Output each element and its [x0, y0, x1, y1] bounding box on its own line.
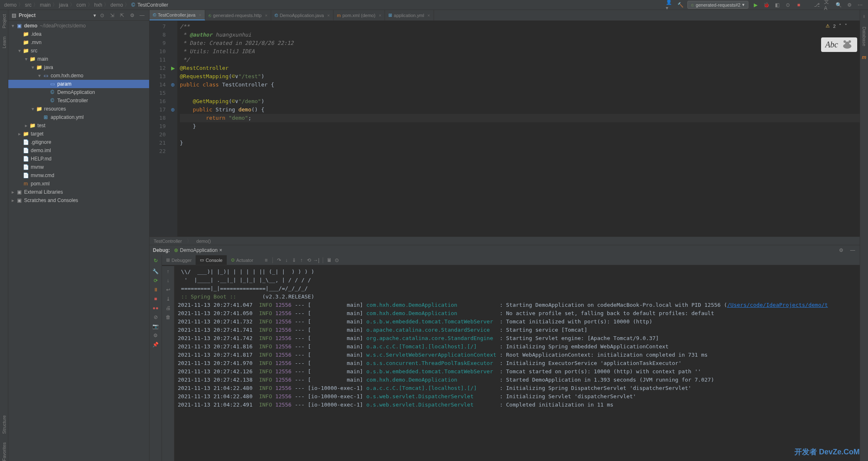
threads-icon[interactable]: ≡ [262, 256, 270, 264]
tree-row[interactable]: 📁.idea [8, 30, 149, 38]
tree-row[interactable]: ▸📁test [8, 121, 149, 130]
project-tool-button[interactable]: Project [2, 14, 7, 28]
console-output[interactable]: \\/ ___)| |_)| | | | | || (_| | ) ) ) ) … [174, 266, 860, 461]
breakpoints-icon[interactable]: ●● [152, 304, 159, 312]
down-icon[interactable]: ↓ [164, 277, 172, 284]
project-tree[interactable]: ▾▣demo~/IdeaProjects/demo📁.idea📁.mvn▾📁sr… [8, 21, 149, 461]
evaluate-icon[interactable]: 🖩 [326, 256, 333, 264]
tree-row[interactable]: ▸📁target [8, 130, 149, 138]
tree-row[interactable]: ▾📁main [8, 55, 149, 63]
collapse-all-icon[interactable]: ⇱ [118, 12, 126, 19]
scroll-end-icon[interactable]: ⤓ [164, 295, 172, 303]
tree-row-root[interactable]: ▾▣demo~/IdeaProjects/demo [8, 22, 149, 30]
api-gutter-icon[interactable]: ⊕ [171, 107, 175, 113]
debug-config[interactable]: ⊛ DemoApplication × [174, 247, 222, 253]
force-step-into-icon[interactable]: ⇓ [290, 256, 298, 264]
close-icon[interactable]: × [327, 13, 330, 18]
gear-icon[interactable]: ⚙ [837, 247, 845, 254]
clear-icon[interactable]: 🗑 [164, 313, 172, 321]
close-icon[interactable]: × [199, 12, 201, 17]
hide-icon[interactable]: — [138, 12, 146, 19]
close-icon[interactable]: × [219, 247, 222, 253]
settings-icon[interactable]: ⚙ [846, 1, 853, 9]
editor-breadcrumb[interactable]: TestController〉demo() [150, 237, 860, 245]
prev-highlight-icon[interactable]: ˄ [839, 23, 841, 29]
resume-icon[interactable]: ⟳ [152, 277, 159, 284]
gear-icon[interactable]: ⚙ [128, 12, 136, 19]
breadcrumb-item[interactable]: main [40, 2, 51, 8]
git-icon[interactable]: ⎇ [813, 1, 821, 9]
tree-row[interactable]: ▸▣Scratches and Consoles [8, 196, 149, 205]
breadcrumb-item[interactable]: demo [4, 2, 17, 8]
editor-tab[interactable]: ⎋generated-requests.http× [205, 10, 271, 20]
tree-row[interactable]: 📄demo.iml [8, 146, 149, 155]
search-icon[interactable]: 🔍 [835, 1, 842, 9]
favorites-tool-button[interactable]: Favorites [2, 442, 7, 461]
more-icon[interactable]: ⋯ [856, 1, 864, 9]
tab-console[interactable]: ▭ Console [196, 255, 226, 265]
tree-row[interactable]: ▾📁src [8, 47, 149, 55]
pin-icon[interactable]: 📌 [152, 341, 159, 348]
tree-row[interactable]: ▭param [8, 80, 149, 88]
select-opened-file-icon[interactable]: ⊙ [98, 12, 106, 19]
tree-row[interactable]: 📄mvnw [8, 163, 149, 171]
run-icon[interactable]: ▶ [752, 1, 759, 9]
breadcrumb-item[interactable]: src [25, 2, 32, 8]
run-config-select[interactable]: ⎋ generated-requests#2 ▾ [687, 1, 748, 9]
debug-icon[interactable]: 🐞 [763, 1, 770, 9]
tab-actuator[interactable]: ⊙ Actuator [227, 255, 257, 265]
tree-row[interactable]: ©TestController [8, 96, 149, 105]
stop-icon[interactable]: ■ [152, 295, 159, 303]
tree-row[interactable]: ▾📁java [8, 63, 149, 71]
step-over-icon[interactable]: ↷ [275, 256, 283, 264]
tree-row[interactable]: ▾▭com.hxh.demo [8, 71, 149, 80]
print-icon[interactable]: 🖨 [164, 304, 172, 312]
inspection-widget[interactable]: ⚠ 2 ˄ ˅ [826, 23, 847, 29]
breadcrumb-item[interactable]: demo [110, 2, 123, 8]
editor-tab[interactable]: ⊞application.yml× [385, 10, 434, 20]
next-highlight-icon[interactable]: ˅ [845, 23, 847, 29]
tab-debugger[interactable]: ⊞ Debugger [162, 255, 196, 265]
trace-icon[interactable]: ⊙ [333, 256, 341, 264]
minimap-icon[interactable]: ▮ [863, 14, 865, 18]
build-icon[interactable]: 🔨 [677, 1, 684, 9]
structure-tool-button[interactable]: Structure [2, 415, 7, 434]
threads-dump-icon[interactable]: 📷 [152, 323, 159, 330]
pause-icon[interactable]: ⏸ [152, 286, 159, 293]
expand-all-icon[interactable]: ⇲ [108, 12, 116, 19]
maven-tool-button[interactable]: m [862, 54, 866, 60]
tree-row[interactable]: mpom.xml [8, 180, 149, 188]
hide-icon[interactable]: — [849, 247, 856, 254]
step-into-icon[interactable]: ↓ [283, 256, 290, 264]
tree-row[interactable]: 📄HELP.md [8, 155, 149, 163]
code-editor[interactable]: /** * @author huangxunhui * Date: Create… [177, 21, 860, 237]
close-icon[interactable]: × [427, 13, 430, 18]
tree-row[interactable]: ©DemoApplication [8, 88, 149, 96]
editor-tab[interactable]: ©TestController.java× [150, 10, 205, 20]
tree-row[interactable]: ▾📁resources [8, 105, 149, 113]
api-gutter-icon[interactable]: ⊕ [171, 82, 175, 88]
breadcrumb-item[interactable]: hxh [94, 2, 102, 8]
wrap-icon[interactable]: ↩ [164, 286, 172, 293]
breadcrumb-item[interactable]: TestController [137, 2, 168, 8]
editor-tab[interactable]: ©DemoApplication.java× [271, 10, 333, 20]
editor-area[interactable]: 78910111213141516171819202122 ▶⊕⊕ /** * … [150, 21, 860, 237]
tree-row[interactable]: ▸▣External Libraries [8, 188, 149, 196]
rerun-icon[interactable]: ↻ [152, 257, 159, 264]
editor-tab[interactable]: mpom.xml (demo)× [333, 10, 385, 20]
gear-icon[interactable]: ⚙ [152, 332, 159, 339]
up-icon[interactable]: ↑ [164, 268, 172, 275]
user-icon[interactable]: 👤▾ [666, 1, 673, 9]
editor-breadcrumb-item[interactable]: TestController [154, 239, 182, 244]
run-to-cursor-icon[interactable]: →| [313, 256, 320, 264]
tree-row[interactable]: 📄.gitignore [8, 138, 149, 146]
learn-tool-button[interactable]: Learn [2, 37, 7, 48]
chevron-down-icon[interactable]: ▾ [93, 12, 96, 18]
tree-row[interactable]: 📁.mvn [8, 38, 149, 47]
tree-row[interactable]: 📄mvnw.cmd [8, 171, 149, 180]
drop-frame-icon[interactable]: ⟲ [305, 256, 313, 264]
tree-row[interactable]: ⊞application.yml [8, 113, 149, 121]
editor-breadcrumb-item[interactable]: demo() [196, 239, 211, 244]
breadcrumb-item[interactable]: java [59, 2, 68, 8]
database-tool-button[interactable]: Database [862, 27, 867, 46]
